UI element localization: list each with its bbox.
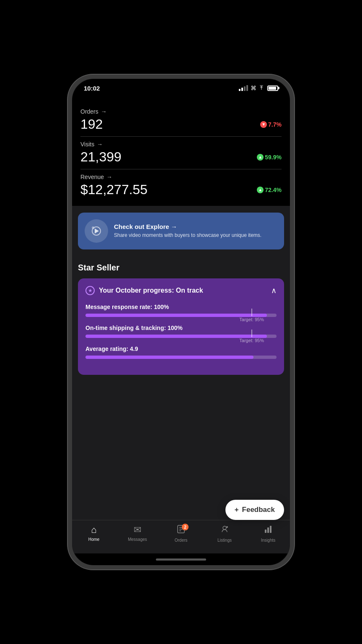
stats-section: Orders → 192 ▼ 7.7% Visits → [72,97,290,206]
feedback-plus: + [235,506,239,514]
svg-rect-10 [270,526,272,533]
feedback-label: Feedback [242,506,275,514]
messages-icon: ✉ [134,525,141,535]
chevron-up-icon: ∧ [271,286,277,295]
visits-value: 21,399 [80,149,122,165]
listings-icon [220,525,229,536]
feedback-button[interactable]: + Feedback [225,500,284,520]
nav-orders-label: Orders [175,538,188,543]
orders-label: Orders → [80,108,282,115]
shipping-metric: On-time shipping & tracking: 100% Target… [85,325,277,338]
main-content: Orders → 192 ▼ 7.7% Visits → [72,97,290,520]
nav-listings[interactable]: Listings [203,525,246,543]
home-icon: ⌂ [91,525,96,535]
nav-messages-label: Messages [128,537,147,542]
status-time: 10:02 [84,85,100,92]
message-rate-metric: Message response rate: 100% Target: 95% [85,304,277,317]
shipping-target: Target: 95% [239,330,264,343]
home-bar [156,558,206,561]
rating-bar-wrap [85,356,277,359]
signal-icon [239,85,248,91]
progress-header[interactable]: ★ Your October progress: On track ∧ [85,286,277,295]
bottom-nav: ⌂ Home ✉ Messages 2 Orders [72,520,290,553]
rating-label: Average rating: 4.9 [85,345,277,352]
rating-bar-bg [85,356,277,359]
progress-title: Your October progress: On track [99,287,203,294]
status-icons: ⌘ [239,85,278,91]
orders-stat[interactable]: Orders → 192 ▼ 7.7% [80,104,282,137]
star-seller-title: Star Seller [78,263,284,273]
svg-rect-9 [267,527,269,533]
revenue-stat[interactable]: Revenue → $12,277.55 ▲ 72.4% [80,169,282,202]
insights-icon [264,525,273,536]
nav-orders[interactable]: 2 Orders [159,525,203,543]
explore-banner[interactable]: Check out Explore → Share video moments … [78,213,284,249]
visits-label: Visits → [80,141,282,148]
message-rate-bar-wrap: Target: 95% [85,314,277,317]
message-rate-target: Target: 95% [239,309,264,322]
nav-messages[interactable]: ✉ Messages [116,525,159,542]
visits-stat[interactable]: Visits → 21,399 ▲ 59.9% [80,137,282,169]
svg-point-6 [223,526,226,530]
star-seller-section: Star Seller ★ Your October progress: On … [72,256,290,375]
svg-point-7 [226,526,228,528]
nav-home[interactable]: ⌂ Home [72,525,116,542]
orders-change-dot: ▼ [260,121,267,128]
nav-insights[interactable]: Insights [246,525,290,543]
home-indicator [72,553,290,565]
svg-point-1 [92,226,94,229]
progress-card: ★ Your October progress: On track ∧ Mess… [78,278,284,375]
rating-metric: Average rating: 4.9 [85,345,277,359]
rating-bar-fill [85,356,253,359]
orders-badge: 2 [182,524,189,530]
battery-icon [267,86,278,91]
orders-change: ▼ 7.7% [260,121,282,128]
revenue-change-dot: ▲ [257,187,264,193]
nav-insights-label: Insights [261,538,275,543]
revenue-label: Revenue → [80,174,282,180]
orders-value: 192 [80,117,103,132]
svg-rect-8 [265,530,266,533]
explore-title: Check out Explore → [114,223,261,230]
explore-text: Check out Explore → Share video moments … [114,223,261,239]
nav-home-label: Home [88,537,100,542]
nav-listings-label: Listings [217,538,232,543]
revenue-value: $12,277.55 [80,182,147,197]
visits-change: ▲ 59.9% [257,154,282,161]
visits-change-dot: ▲ [257,154,264,161]
shipping-bar-wrap: Target: 95% [85,335,277,338]
explore-icon [85,219,108,243]
star-badge-icon: ★ [85,286,95,295]
revenue-change: ▲ 72.4% [257,187,282,193]
wifi-icon: ⌘ [251,85,265,91]
explore-subtitle: Share video moments with buyers to showc… [114,232,261,239]
